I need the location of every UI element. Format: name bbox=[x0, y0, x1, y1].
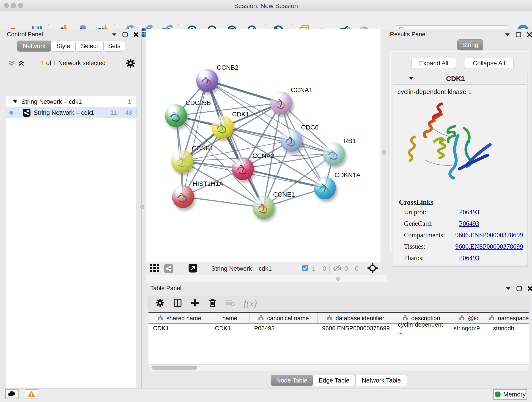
edge-CCNB2-HIST1H1A bbox=[183, 80, 207, 197]
close-panel-icon[interactable] bbox=[526, 32, 532, 38]
table-options-gear-icon[interactable] bbox=[156, 298, 165, 308]
expand-all-button[interactable]: Expand All bbox=[412, 58, 456, 69]
cell[interactable]: CDK1 bbox=[210, 325, 249, 332]
cell[interactable]: CDK1 bbox=[148, 325, 210, 332]
float-panel-icon[interactable] bbox=[515, 32, 521, 38]
tab-sets[interactable]: Sets bbox=[104, 41, 125, 51]
node-label: HIST1H1A bbox=[193, 180, 223, 187]
table-row[interactable]: CDK1CDK1P064939606.ENSP00000378699cyclin… bbox=[148, 324, 529, 333]
selected-checkbox-icon[interactable] bbox=[302, 265, 309, 273]
node-CCNA1[interactable] bbox=[270, 91, 292, 114]
collapse-all-icon[interactable] bbox=[8, 59, 16, 68]
column-header--id[interactable]: @id bbox=[449, 313, 488, 323]
float-panel-icon[interactable] bbox=[516, 286, 522, 293]
node-label: CCNB2 bbox=[217, 64, 239, 71]
node-label: CDK1 bbox=[232, 111, 249, 118]
network-status-dot bbox=[9, 111, 13, 115]
tab-node-table[interactable]: Node Table bbox=[271, 375, 313, 386]
protein-structure-image bbox=[405, 101, 496, 189]
edge-CCNB2-CCNE1 bbox=[207, 80, 264, 207]
horizontal-splitter-handle[interactable] bbox=[336, 277, 340, 281]
close-panel-icon[interactable] bbox=[133, 32, 139, 38]
node-label: CDC6 bbox=[301, 124, 318, 131]
node-CDKN1A[interactable] bbox=[314, 177, 336, 199]
cell[interactable]: cyclin-dependent ... bbox=[393, 321, 449, 335]
create-column-plus-icon[interactable] bbox=[190, 298, 200, 308]
birdseye-grid-icon[interactable] bbox=[149, 264, 160, 274]
fit-selected-crosshair-icon[interactable] bbox=[367, 263, 378, 274]
network-collection-row[interactable]: String Network – cdk1 1 bbox=[6, 96, 137, 107]
column-header-name[interactable]: name bbox=[210, 313, 249, 323]
panel-menu-icon[interactable] bbox=[505, 32, 510, 38]
column-header-canonical-name[interactable]: canonical name bbox=[249, 313, 317, 323]
node-CCNA2[interactable] bbox=[232, 157, 254, 180]
node-CCNE1[interactable] bbox=[253, 196, 274, 219]
crosslink-link[interactable]: P06493 bbox=[459, 208, 479, 216]
current-network-name: String Network – cdk1 bbox=[211, 265, 272, 272]
protein-section-header[interactable]: CDK1 bbox=[392, 73, 527, 84]
tab-string[interactable]: String bbox=[457, 39, 483, 51]
cell[interactable]: P06493 bbox=[249, 325, 317, 332]
panel-menu-icon[interactable] bbox=[111, 32, 117, 38]
network-status-bar: String Network – cdk1 1 – 0 0 – 0 bbox=[146, 262, 381, 275]
node-CDK1[interactable] bbox=[211, 116, 234, 139]
right-splitter-handle[interactable] bbox=[382, 150, 386, 154]
crosslinks-heading: CrossLinks bbox=[399, 198, 433, 206]
node-CCNB2[interactable] bbox=[196, 69, 218, 92]
node-HIST1H1A[interactable] bbox=[172, 185, 194, 208]
show-columns-icon[interactable] bbox=[173, 298, 182, 308]
column-header-database-identifier[interactable]: database identifier bbox=[317, 313, 393, 323]
node-label: CCNA1 bbox=[291, 86, 312, 94]
crosslink-link[interactable]: P06493 bbox=[459, 254, 479, 262]
share-network-icon[interactable] bbox=[164, 264, 173, 273]
cell[interactable]: 9606.ENSP00000378699 bbox=[317, 325, 393, 332]
section-collapse-icon[interactable] bbox=[409, 76, 414, 81]
table-hscrollbar[interactable] bbox=[148, 364, 529, 371]
close-panel-icon[interactable] bbox=[527, 286, 532, 293]
cell[interactable]: stringdb bbox=[488, 325, 529, 332]
warning-button[interactable] bbox=[25, 389, 38, 399]
crosslink-link[interactable]: P06493 bbox=[459, 220, 479, 227]
crosslink-link[interactable]: 9606.ENSP00000378699 bbox=[455, 243, 523, 250]
results-panel-title: Results Panel bbox=[390, 31, 427, 38]
node-label: CCNB1 bbox=[192, 145, 214, 152]
protein-details: cyclin-dependent kinase 1 bbox=[393, 84, 526, 265]
collapse-all-button[interactable]: Collapse All bbox=[464, 58, 514, 69]
tab-style[interactable]: Style bbox=[51, 41, 75, 51]
table-hscrollbar-thumb[interactable] bbox=[152, 366, 197, 370]
node-label: CCNA2 bbox=[253, 152, 274, 160]
memory-button[interactable]: Memory bbox=[493, 389, 527, 400]
node-CDC25B[interactable] bbox=[165, 104, 187, 127]
node-CCNB1[interactable] bbox=[171, 150, 193, 172]
table-toolbar: f(x) bbox=[148, 296, 529, 311]
cloud-button[interactable] bbox=[5, 389, 19, 399]
network-view[interactable]: CCNB2CCNA1CDC25BCDK1CDC6RB1CCNB1CCNA2CDK… bbox=[146, 29, 381, 262]
hidden-count: 0 – 0 bbox=[344, 265, 359, 272]
tab-network-table[interactable]: Network Table bbox=[355, 375, 407, 386]
left-splitter-handle[interactable] bbox=[140, 205, 144, 209]
column-header-namespace[interactable]: namespace bbox=[488, 313, 529, 323]
node-RB1[interactable] bbox=[323, 142, 345, 165]
column-type-icon bbox=[326, 314, 332, 322]
edge-HIST1H1A-CCNE1 bbox=[183, 197, 264, 207]
open-in-new-window-icon[interactable] bbox=[188, 263, 198, 274]
node-table: shared namenamecanonical namedatabase id… bbox=[148, 313, 529, 364]
network-options-gear-icon[interactable] bbox=[126, 58, 136, 69]
column-label: name bbox=[222, 315, 237, 322]
column-header-shared-name[interactable]: shared name bbox=[148, 313, 210, 323]
tab-edge-table[interactable]: Edge Table bbox=[313, 375, 355, 386]
tab-network[interactable]: Network bbox=[17, 41, 51, 51]
float-panel-icon[interactable] bbox=[122, 32, 128, 38]
expand-all-icon[interactable] bbox=[17, 59, 25, 68]
tree-expand-icon[interactable] bbox=[13, 98, 18, 105]
edge-count: 48 bbox=[125, 109, 132, 116]
delete-column-trash-icon[interactable] bbox=[208, 298, 217, 308]
tab-select[interactable]: Select bbox=[75, 41, 104, 51]
crosslink-link[interactable]: 9606.ENSP00000378699 bbox=[455, 231, 523, 239]
network-selection-status: 1 of 1 Network selected bbox=[30, 60, 117, 67]
node-CDC6[interactable] bbox=[280, 129, 302, 152]
network-row[interactable]: String Network – cdk1 11 48 bbox=[6, 107, 137, 118]
panel-menu-icon[interactable] bbox=[505, 286, 511, 292]
cell[interactable]: stringdb:9... bbox=[449, 325, 488, 332]
control-panel: Control Panel NetworkStyleSelectSets 1 o… bbox=[0, 29, 142, 388]
